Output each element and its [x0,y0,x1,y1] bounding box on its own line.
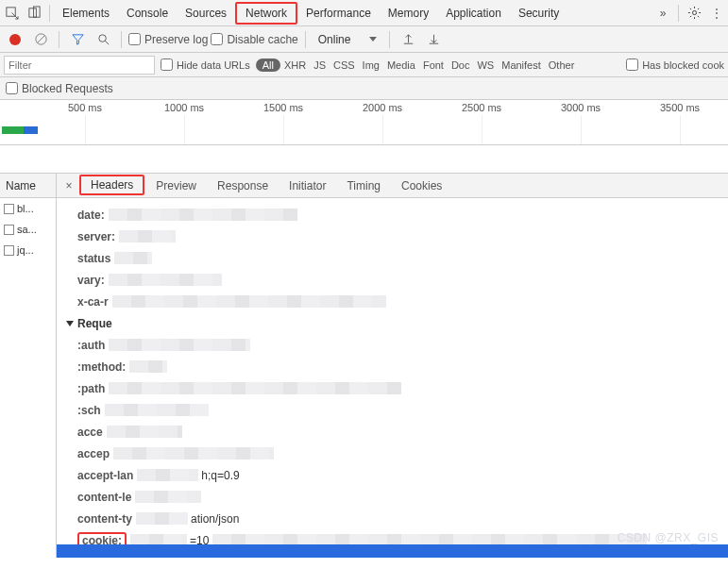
file-icon [4,245,14,256]
header-row: content-tyation/json [66,508,719,529]
inspect-icon[interactable] [0,2,23,25]
close-icon[interactable]: × [60,179,77,192]
redacted [114,252,152,264]
filter-bar: Hide data URLs AllXHRJSCSSImgMediaFontDo… [0,53,728,77]
filter-type-manifest[interactable]: Manifest [498,58,545,72]
timeline-tick: 1000 ms [164,102,204,113]
redacted [109,339,250,351]
subtab-headers[interactable]: Headers [79,175,144,195]
settings-icon[interactable] [683,2,705,25]
timeline-tick: 3000 ms [561,102,601,113]
network-toolbar: Preserve log Disable cache Online [0,26,728,53]
redacted [109,382,401,394]
header-key: server: [77,230,115,243]
redacted [112,295,386,308]
record-icon[interactable] [4,28,26,51]
subtab-initiator[interactable]: Initiator [279,175,335,197]
timeline-gridline [184,115,185,144]
filter-type-css[interactable]: CSS [330,58,359,72]
timeline-tick: 1500 ms [263,102,303,113]
headers-content: date:server:statusvary:x-ca-r Reque :aut… [57,198,728,558]
request-row[interactable]: jq... [0,240,56,260]
header-key: date: [77,209,105,222]
file-icon [4,204,14,214]
timeline-gridline [382,115,383,144]
redacted [109,209,297,221]
blocked-requests-checkbox[interactable]: Blocked Requests [6,82,113,95]
main-toolbar: ElementsConsoleSourcesNetworkPerformance… [0,0,728,26]
filter-type-xhr[interactable]: XHR [280,58,310,72]
filter-type-all[interactable]: All [256,58,280,72]
tab-console[interactable]: Console [118,0,177,26]
request-headers-section[interactable]: Reque [66,312,719,334]
timeline-gridline [283,115,284,144]
request-row[interactable]: bl... [0,198,56,219]
filter-type-font[interactable]: Font [419,58,448,72]
header-key: :sch [77,404,101,417]
filter-type-img[interactable]: Img [359,58,383,72]
divider [389,31,390,48]
divider [121,31,122,48]
tab-application[interactable]: Application [437,0,510,26]
device-icon[interactable] [23,2,45,25]
timeline-gridline [85,115,86,144]
hide-data-urls-checkbox[interactable]: Hide data URLs [161,58,250,71]
header-row: accep [66,443,719,464]
disable-cache-checkbox[interactable]: Disable cache [211,33,297,46]
divider [49,5,50,22]
filter-type-other[interactable]: Other [545,58,579,72]
subtab-timing[interactable]: Timing [337,175,390,197]
tab-performance[interactable]: Performance [297,0,380,26]
header-row: accept-lanh;q=0.9 [66,464,719,486]
filter-type-ws[interactable]: WS [473,58,498,72]
spacer [0,145,728,174]
watermark: CSDN @ZRX_GIS [618,531,719,544]
throttling-select[interactable]: Online [313,33,383,46]
svg-point-3 [692,10,696,14]
tab-network[interactable]: Network [235,2,297,25]
header-row: vary: [66,269,719,291]
filter-type-doc[interactable]: Doc [448,58,474,72]
header-key: :path [77,382,105,395]
tab-security[interactable]: Security [510,0,567,26]
tab-sources[interactable]: Sources [177,0,235,26]
header-key: accep [77,447,110,460]
svg-rect-1 [28,8,36,17]
header-row: :path [66,377,719,399]
download-icon[interactable] [422,28,445,51]
header-row: x-ca-r [66,291,719,312]
subtab-cookies[interactable]: Cookies [392,175,451,197]
timeline-tick: 2500 ms [462,102,501,113]
svg-line-5 [37,36,44,43]
subtab-response[interactable]: Response [208,175,278,197]
has-blocked-checkbox[interactable]: Has blocked cook [626,58,724,71]
timeline-tick: 2000 ms [363,102,402,113]
name-header[interactable]: Name [0,174,56,198]
kebab-icon[interactable]: ⋮ [705,2,728,25]
timeline[interactable]: 500 ms1000 ms1500 ms2000 ms2500 ms3000 m… [0,100,728,145]
more-tabs-icon[interactable]: » [652,2,674,25]
tab-memory[interactable]: Memory [380,0,437,26]
header-key: content-le [77,491,131,504]
preserve-log-checkbox[interactable]: Preserve log [128,33,208,46]
header-row: server: [66,226,719,247]
request-name: jq... [17,244,34,256]
upload-icon[interactable] [397,28,419,51]
request-row[interactable]: sa... [0,219,56,240]
tab-elements[interactable]: Elements [54,0,118,26]
header-value-fragment: h;q=0.9 [201,469,239,482]
redacted [113,447,274,460]
filter-type-js[interactable]: JS [310,58,330,72]
subtab-preview[interactable]: Preview [146,175,206,197]
timeline-tick: 500 ms [68,102,102,113]
clear-icon[interactable] [29,28,52,51]
request-name: sa... [17,224,37,235]
filter-icon[interactable] [66,28,89,51]
triangle-down-icon [66,321,74,326]
header-row: :sch [66,399,719,421]
detail-tabs: × HeadersPreviewResponseInitiatorTimingC… [57,174,728,198]
filter-type-media[interactable]: Media [383,58,419,72]
filter-input[interactable] [4,56,155,75]
search-icon[interactable] [92,28,114,51]
selection-bar [57,544,728,558]
